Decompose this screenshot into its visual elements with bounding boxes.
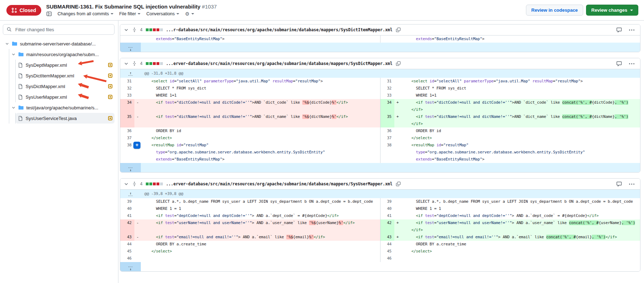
tree-item-label: main/resources/org/apache/subm... xyxy=(26,52,99,57)
tree-folder-submarine-server-server-[interactable]: submarine-server/server-database/... xyxy=(3,38,115,49)
diff-sign xyxy=(134,205,141,212)
add-comment-button[interactable]: + xyxy=(133,142,140,149)
line-number[interactable]: 31 xyxy=(380,78,394,85)
diff-sign xyxy=(134,241,141,248)
comment-icon[interactable] xyxy=(616,27,622,33)
comment-icon[interactable] xyxy=(616,61,622,66)
collapse-file-icon[interactable] xyxy=(124,61,129,66)
drag-handle-icon[interactable] xyxy=(132,27,137,32)
line-number[interactable]: 40 xyxy=(380,205,394,212)
file-options-kebab-icon[interactable] xyxy=(629,184,634,185)
expand-diff-button[interactable]: ↓ xyxy=(120,163,141,172)
tree-file-sysuserservicetest-java[interactable]: SysUserServiceTest.java xyxy=(16,113,115,124)
line-number[interactable]: 44 xyxy=(380,241,394,248)
changes-from-dropdown[interactable]: Changes from all commits xyxy=(58,11,114,16)
line-number[interactable]: 43 xyxy=(380,234,394,241)
tree-folder-main-resources-org-apach[interactable]: main/resources/org/apache/subm... xyxy=(9,49,115,60)
line-number[interactable]: 35 xyxy=(120,113,134,127)
line-number[interactable]: 37 xyxy=(380,135,394,142)
collapse-sidebar-icon[interactable] xyxy=(46,11,52,17)
line-number[interactable]: 36 xyxy=(120,127,134,135)
file-tree: submarine-server/server-database/...main… xyxy=(3,38,115,124)
chevron-down-icon xyxy=(176,13,179,15)
line-number[interactable]: 33 xyxy=(120,92,134,99)
line-number[interactable]: 39 xyxy=(120,198,134,205)
filter-changed-files-input[interactable] xyxy=(15,27,111,33)
line-number[interactable]: 45 xyxy=(120,248,134,255)
code-line: <select id="selectAll" parameterType="ja… xyxy=(141,78,380,85)
tree-file-sysdeptmapper-xml[interactable]: SysDeptMapper.xml xyxy=(16,60,115,70)
file-path-link[interactable]: ...erver-database/src/main/resources/org… xyxy=(166,61,393,66)
diff-row: 44 ORDER BY a.create_time44 ORDER BY a.c… xyxy=(120,241,640,248)
line-number[interactable]: 38 xyxy=(120,142,134,163)
code-line: SELECT * FROM sys_dict xyxy=(401,85,640,92)
line-number[interactable]: 46 xyxy=(120,255,134,262)
conversations-dropdown[interactable]: Conversations xyxy=(146,11,179,16)
tree-file-sysdictmapper-xml[interactable]: SysDictMapper.xml xyxy=(16,81,115,92)
line-number[interactable]: 42 xyxy=(120,219,134,234)
diff-sign xyxy=(394,248,401,255)
line-number[interactable]: 37 xyxy=(120,135,134,142)
drag-handle-icon[interactable] xyxy=(132,61,137,66)
copy-path-icon[interactable] xyxy=(396,181,401,186)
line-number[interactable]: 36 xyxy=(380,127,394,135)
line-number[interactable]: 32 xyxy=(380,85,394,92)
line-number[interactable]: 31 xyxy=(120,78,134,85)
line-number[interactable]: 33 xyxy=(380,92,394,99)
diff-sign xyxy=(134,198,141,205)
file-options-kebab-icon[interactable] xyxy=(629,63,634,64)
diffstat-square-neutral xyxy=(160,183,163,185)
file-options-kebab-icon[interactable] xyxy=(629,29,634,31)
code-line: <if test="dictCode!=null and dictCode!='… xyxy=(401,99,640,113)
tree-folder-test-java-org-apache-sub[interactable]: test/java/org/apache/submarine/s... xyxy=(9,102,115,113)
split-diff-table: extends="BaseEntityResultMap"> extends="… xyxy=(120,36,640,52)
line-number[interactable]: 41 xyxy=(380,212,394,219)
line-number[interactable]: 34 xyxy=(380,99,394,113)
copy-path-icon[interactable] xyxy=(396,27,401,32)
line-number[interactable]: 38 xyxy=(380,142,394,163)
line-number[interactable]: 32 xyxy=(120,85,134,92)
collapse-file-icon[interactable] xyxy=(124,27,129,32)
expand-diff-button[interactable]: ↓ xyxy=(120,43,141,52)
tree-file-sysusermapper-xml[interactable]: SysUserMapper.xml xyxy=(16,92,115,102)
filter-files-box[interactable] xyxy=(3,24,115,35)
drag-handle-icon[interactable] xyxy=(132,181,137,186)
line-number[interactable]: 42 xyxy=(380,219,394,234)
line-number[interactable]: 40 xyxy=(120,205,134,212)
expand-hunk-button[interactable]: ↑ xyxy=(120,190,141,198)
line-number[interactable]: 44 xyxy=(120,241,134,248)
line-number[interactable]: 39 xyxy=(380,198,394,205)
file-filter-dropdown[interactable]: File filter xyxy=(119,11,140,16)
diff-settings-dropdown[interactable]: ⚙ xyxy=(185,11,194,16)
diff-sign xyxy=(394,241,401,248)
diffstat-blocks xyxy=(146,183,163,185)
line-number[interactable]: 35 xyxy=(380,113,394,127)
file-header: 4...erver-database/src/main/resources/or… xyxy=(120,179,640,190)
line-number[interactable]: 41 xyxy=(120,212,134,219)
copy-path-icon[interactable] xyxy=(396,61,401,66)
chevron-down-icon xyxy=(111,13,113,15)
diff-sign xyxy=(394,92,401,99)
line-number[interactable]: 43 xyxy=(120,234,134,241)
code-line: <if test="userName!=null and userName!='… xyxy=(141,219,380,234)
file-path-link[interactable]: ...r-database/src/main/resources/org/apa… xyxy=(166,27,393,32)
line-number[interactable]: 34 xyxy=(120,99,134,113)
tree-file-sysdictitemmapper-xml[interactable]: SysDictItemMapper.xml xyxy=(16,70,115,81)
review-changes-button[interactable]: Review changes xyxy=(586,5,638,16)
diff-row: 45 </select>45 </select> xyxy=(120,248,640,255)
line-number[interactable]: 46 xyxy=(380,255,394,262)
line-number[interactable]: 45 xyxy=(380,248,394,255)
file-path-link[interactable]: ...erver-database/src/main/resources/org… xyxy=(166,181,393,186)
line-number[interactable] xyxy=(120,36,134,43)
code-line: ORDER BY a.create_time xyxy=(141,241,380,248)
file-icon xyxy=(18,73,23,78)
diff-sign: - xyxy=(134,234,141,241)
collapse-file-icon[interactable] xyxy=(124,181,129,186)
code-line: <if test="email!=null and email!=''"> AN… xyxy=(141,234,380,241)
expand-hunk-button[interactable]: ↑ xyxy=(120,69,141,78)
comment-icon[interactable] xyxy=(616,181,622,187)
line-number[interactable] xyxy=(380,36,394,43)
pr-header: Closed SUBMARINE-1361. Fix Submarine SQL… xyxy=(0,0,644,21)
expand-diff-button[interactable]: ↓ xyxy=(120,262,141,271)
review-in-codespace-button[interactable]: Review in codespace xyxy=(526,5,583,16)
